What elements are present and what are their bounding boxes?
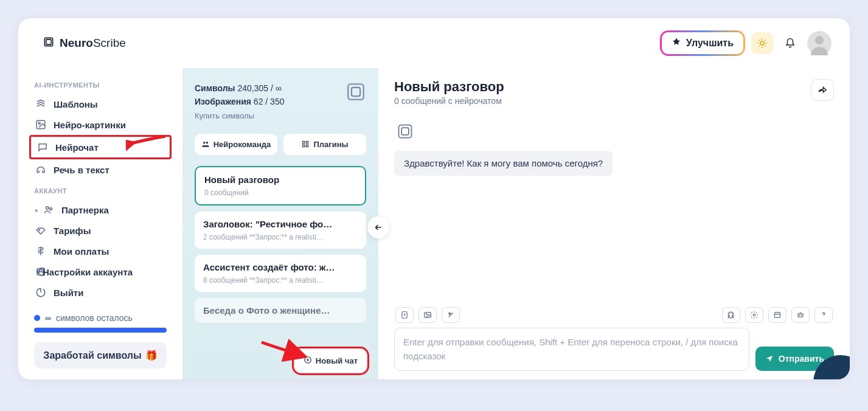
sidebar-item-speech[interactable]: Речь в текст — [29, 159, 172, 180]
settings-button[interactable] — [745, 307, 763, 323]
svg-point-13 — [38, 122, 40, 124]
symbols-label: символов осталось — [56, 313, 133, 323]
sidebar-item-label: Тарифы — [54, 226, 91, 236]
tab-plugins[interactable]: Плагины — [283, 134, 366, 155]
svg-rect-23 — [307, 141, 309, 143]
panel-tabs: Нейрокоманда Плагины — [195, 134, 366, 155]
sidebar-item-logout[interactable]: Выйти — [29, 282, 172, 303]
svg-rect-30 — [401, 128, 409, 135]
conversation-subtitle: 2 сообщений **Запрос:** a realisti… — [203, 233, 358, 241]
logo[interactable]: NeuroScribe — [43, 36, 126, 50]
conversation-item[interactable]: Новый разговор 0 сообщений — [195, 166, 366, 206]
upgrade-button-wrap: Улучшить — [660, 30, 745, 56]
svg-point-34 — [753, 314, 755, 316]
sidebar-section-account: АККАУНТ — [29, 180, 172, 199]
sidebar-item-label: Мои оплаты — [54, 246, 109, 257]
sidebar-item-label: Нейро-картинки — [54, 120, 126, 130]
stat-symbols-value: 240,305 / ∞ — [237, 83, 281, 93]
extension-button[interactable] — [722, 307, 740, 323]
conversation-subtitle: 0 сообщений — [204, 188, 356, 197]
share-button[interactable] — [811, 79, 834, 101]
sidebar-item-tariffs[interactable]: Тарифы — [29, 220, 172, 241]
bot-button[interactable] — [791, 307, 810, 323]
sidebar-item-label: Настройки аккаунта — [43, 267, 133, 277]
earn-symbols-button[interactable]: Заработай символы 🎁 — [34, 342, 167, 368]
symbols-progress — [34, 328, 167, 333]
avatar[interactable] — [807, 31, 832, 55]
svg-line-9 — [759, 46, 760, 46]
conversation-item[interactable]: Ассистент создаёт фото: ж… 8 сообщений *… — [195, 255, 366, 292]
svg-point-14 — [46, 207, 49, 210]
stat-symbols-label: Символы — [195, 83, 235, 93]
help-button[interactable] — [814, 307, 833, 323]
sidebar-item-partner[interactable]: ▸ Партнерка — [29, 199, 172, 220]
svg-point-39 — [801, 315, 802, 316]
svg-rect-25 — [307, 145, 309, 147]
sidebar-section-ai: AI-ИНСТРУМЕНТЫ — [29, 74, 172, 94]
svg-rect-1 — [46, 40, 51, 44]
attach-file-button[interactable] — [395, 307, 414, 323]
status-dot-icon — [34, 315, 40, 321]
new-chat-button[interactable]: Новый чат — [295, 350, 366, 372]
sidebar-item-payments[interactable]: Мои оплаты — [29, 241, 172, 261]
svg-line-8 — [765, 46, 765, 46]
collapse-panel-button[interactable] — [367, 216, 389, 238]
upgrade-button[interactable]: Улучшить — [662, 32, 743, 54]
conversation-subtitle: 8 сообщений **Запрос:** a realisti… — [203, 276, 358, 285]
upgrade-label: Улучшить — [686, 38, 734, 49]
sidebar-item-neurochat[interactable]: Нейрочат — [29, 135, 172, 159]
chat-messages: Здравствуйте! Как я могу вам помочь сего… — [394, 106, 834, 307]
conversation-title: Новый разговор — [204, 174, 356, 185]
earn-label: Заработай символы — [43, 350, 141, 361]
logo-text: NeuroScribe — [60, 36, 126, 50]
svg-point-33 — [426, 314, 427, 315]
conversation-list: Новый разговор 0 сообщений Заголовок: "Р… — [195, 166, 366, 323]
rocket-icon — [672, 37, 681, 49]
buy-symbols-link[interactable]: Купить символы — [195, 110, 284, 123]
stat-images-label: Изображения — [195, 97, 251, 106]
svg-line-7 — [759, 40, 760, 41]
panel-stats: Символы 240,305 / ∞ Изображения 62 / 350… — [195, 81, 284, 123]
tab-label: Нейрокоманда — [214, 140, 271, 149]
send-label: Отправить — [779, 354, 824, 364]
tab-label: Плагины — [313, 140, 348, 149]
stat-images-value: 62 / 350 — [254, 97, 285, 106]
sidebar: AI-ИНСТРУМЕНТЫ Шаблоны Нейро-картинки Не… — [18, 68, 182, 379]
magic-button[interactable] — [442, 307, 460, 323]
conversation-panel: Символы 240,305 / ∞ Изображения 62 / 350… — [182, 68, 378, 379]
notifications-button[interactable] — [779, 32, 801, 54]
conversation-title: Беседа о Фото о женщине… — [203, 305, 358, 316]
sidebar-footer: ∞ символов осталось Заработай символы 🎁 — [29, 308, 172, 373]
new-chat-label: Новый чат — [316, 356, 358, 365]
chat-main: Новый разговор 0 сообщений с нейрочатом … — [378, 68, 850, 379]
message-input[interactable]: Enter для отправки сообщения, Shift + En… — [394, 328, 749, 371]
svg-point-11 — [815, 36, 824, 44]
sidebar-item-label: Нейрочат — [55, 142, 99, 153]
sidebar-item-images[interactable]: Нейро-картинки — [29, 114, 172, 135]
symbols-remaining: ∞ символов осталось — [34, 313, 167, 323]
sidebar-item-settings[interactable]: Настройки аккаунта — [29, 261, 172, 282]
sidebar-item-label: Партнерка — [61, 205, 109, 215]
svg-rect-18 — [348, 84, 364, 100]
attach-image-button[interactable] — [418, 307, 437, 323]
chevron-right-icon: ▸ — [35, 207, 38, 213]
input-row: Enter для отправки сообщения, Shift + En… — [394, 328, 834, 371]
symbols-count: ∞ — [45, 313, 51, 323]
composer: Enter для отправки сообщения, Shift + En… — [394, 307, 834, 371]
tab-neuroteam[interactable]: Нейрокоманда — [195, 134, 277, 155]
conversation-item[interactable]: Беседа о Фото о женщине… — [195, 298, 366, 323]
svg-point-15 — [50, 208, 52, 210]
templates-button[interactable] — [768, 307, 786, 323]
plus-circle-icon — [304, 356, 312, 366]
svg-point-21 — [206, 142, 208, 144]
conversation-title: Заголовок: "Рестичное фо… — [203, 219, 358, 229]
theme-toggle[interactable] — [751, 32, 773, 54]
conversation-item[interactable]: Заголовок: "Рестичное фо… 2 сообщений **… — [195, 212, 366, 249]
svg-point-2 — [760, 41, 764, 45]
conversation-title: Ассистент создаёт фото: ж… — [203, 262, 358, 272]
svg-line-10 — [765, 40, 765, 41]
body: AI-ИНСТРУМЕНТЫ Шаблоны Нейро-картинки Не… — [18, 68, 850, 379]
logo-icon — [43, 36, 55, 50]
sidebar-item-templates[interactable]: Шаблоны — [29, 94, 172, 114]
chat-title: Новый разговор — [394, 79, 504, 95]
